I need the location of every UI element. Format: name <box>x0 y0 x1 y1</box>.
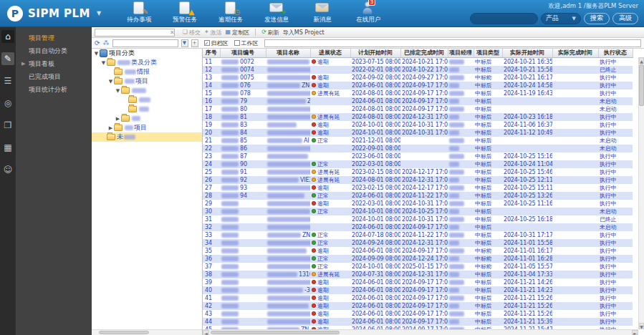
tree-node-7[interactable]: ▶项目 <box>92 123 202 132</box>
tree-node-8[interactable]: 未 <box>92 132 202 142</box>
sidebar-item-4[interactable]: 项目统计分析 <box>16 83 92 96</box>
expander-icon[interactable]: ▼ <box>93 51 100 57</box>
expander-icon[interactable]: ▼ <box>115 88 121 94</box>
scroll-right-icon[interactable]: ► <box>632 330 638 335</box>
tree-filter-dropdown-icon[interactable]: ▼ <box>181 39 188 47</box>
table-row[interactable]: 2185AI正常2021-12-01 08:00中标后未启动 <box>203 137 633 145</box>
tree-node-4[interactable] <box>92 95 202 105</box>
table-row[interactable]: 130075逾期2024-09-02 08:002024-09-27 17:00… <box>203 74 633 82</box>
global-search-input[interactable] <box>470 13 538 24</box>
tree-node-6[interactable]: ▶ <box>92 114 202 123</box>
column-header[interactable]: 执行状态 <box>598 49 633 57</box>
table-filter-input[interactable] <box>264 39 641 47</box>
tree-node-3[interactable]: ▼ <box>92 86 202 95</box>
scrollbar-thumb[interactable] <box>639 64 644 106</box>
new-message-button[interactable]: 新消息 <box>304 1 340 25</box>
table-row[interactable]: 110072逾期2023-07-15 08:002024-10-21 17:00… <box>203 57 633 66</box>
tree-node-5[interactable] <box>92 105 202 114</box>
custom-area-button[interactable]: ▦定制区 <box>226 29 250 37</box>
overdue-tasks-button[interactable]: ◷逾期任务 <box>213 1 249 25</box>
table-row[interactable]: 2084逾期2024-10-01 08:002024-10-31 17:00中标… <box>203 129 633 137</box>
table-row[interactable]: 1881-H80进展有延2024-08-01 08:002024-12-31 1… <box>203 113 633 121</box>
import-ms-project-button[interactable]: 导入MS Project <box>283 29 325 37</box>
edit-icon[interactable]: ✎ <box>1 52 14 65</box>
tree-node-1[interactable]: 情报 <box>92 67 202 77</box>
quick-filter-input[interactable] <box>95 29 175 37</box>
workspace-checkbox[interactable]: 工作区 <box>234 39 259 47</box>
column-header[interactable]: 已排定完成时间 <box>400 49 448 57</box>
refresh-button[interactable]: ⟳刷新 <box>261 29 279 37</box>
sidebar-item-1[interactable]: 项目自动分类 <box>16 44 92 57</box>
table-row[interactable]: 381310G进展有延2024-07-31 08:002024-12-31 17… <box>203 271 633 278</box>
table-row[interactable]: 14076ZN-N11逾期2024-06-01 08:002024-09-17 … <box>203 82 633 89</box>
card-icon[interactable]: ▦ <box>1 141 14 154</box>
send-message-button[interactable]: ➔发送信息 <box>259 1 294 25</box>
activate-button[interactable]: ✦激活 <box>204 29 222 37</box>
table-row[interactable]: 41逾期2024-06-01 08:002024-09-17 17:00中标后2… <box>203 294 633 302</box>
table-row[interactable]: 34正常2024-09-24 08:002024-12-31 17:00中标后2… <box>203 239 633 247</box>
tree-refresh-icon[interactable]: ⟳ <box>95 39 100 47</box>
table-row[interactable]: 1200742022-02-01 08:002024-10-22 17:00中标… <box>203 66 633 74</box>
tree-horizontal-scrollbar[interactable] <box>92 329 202 335</box>
table-row[interactable]: 29逾期2022-03-01 08:002024-10-31 17:00中标后2… <box>203 200 633 208</box>
column-header[interactable]: 进展状态 <box>310 49 350 57</box>
expander-icon[interactable]: ▼ <box>107 79 114 84</box>
column-header[interactable]: 项目经理 <box>448 49 474 57</box>
column-header[interactable]: 计划开始时间 <box>350 49 400 57</box>
transfer-button[interactable]: ❏移交 <box>183 29 201 37</box>
search-button[interactable]: 搜索 <box>584 13 610 24</box>
table-row[interactable]: 2490ZN-HG90正常2022-03-01 08:00中标后2024-10-… <box>203 160 633 168</box>
tree-filter-input[interactable] <box>112 39 178 47</box>
scroll-down-icon[interactable]: ▼ <box>639 323 644 329</box>
column-header[interactable]: 项目类型 <box>474 49 502 57</box>
scroll-left-icon[interactable]: ◄ <box>203 330 209 335</box>
table-row[interactable]: 30正常2024-10-01 08:002024-10-25 17:00中标后未… <box>203 208 633 215</box>
warning-tasks-button[interactable]: ▲预警任务 <box>167 1 203 25</box>
library-icon[interactable]: ❐ <box>1 119 14 132</box>
table-row[interactable]: 17802024-08-01 08:002024-09-17 17:00中标后未… <box>203 105 633 113</box>
online-users-button[interactable]: 3在线用户 <box>350 1 386 25</box>
support-icon[interactable]: ☺ <box>1 163 14 176</box>
table-row[interactable]: 37正常2024-10-01 08:002025-01-15 17:00中标前2… <box>203 263 633 271</box>
column-header[interactable]: 实际开始时间 <box>502 49 552 57</box>
column-header[interactable]: 项目名称 <box>266 49 310 57</box>
tree-node-2[interactable]: ▼项目 <box>92 77 202 86</box>
scroll-up-icon[interactable]: ▲ <box>639 57 644 64</box>
table-row[interactable]: 312024-10-01 08:002024-10-31 17:00中标后202… <box>203 215 633 223</box>
tree-view-icon[interactable]: ⁂ <box>103 39 110 47</box>
column-header[interactable]: 序号 <box>203 49 220 57</box>
todo-button[interactable]: ✎待办事项 <box>121 1 157 25</box>
scrollbar-thumb[interactable] <box>211 331 340 334</box>
sidebar-item-0[interactable]: 项目管理 <box>16 31 92 44</box>
table-row[interactable]: 40-312G逾期2024-06-01 08:002024-09-17 17:0… <box>203 286 633 294</box>
community-icon[interactable]: ◎ <box>1 97 14 110</box>
expander-icon[interactable]: ▶ <box>115 116 121 122</box>
scrollbar-thumb[interactable] <box>99 331 149 334</box>
expander-icon[interactable]: ▼ <box>100 60 107 66</box>
table-row[interactable]: 2894正常2024-06-01 08:002024-11-22 17:00中标… <box>203 192 633 200</box>
vertical-scrollbar[interactable]: ▲ ▼ <box>638 57 644 329</box>
table-row[interactable]: 35逾期2024-06-01 08:002024-09-17 17:00中标前2… <box>203 247 633 255</box>
sidebar-item-3[interactable]: 已完成项目 <box>16 70 92 83</box>
table-row[interactable]: 322024-06-01 08:002024-09-17 17:00中标后未启动 <box>203 223 633 231</box>
clear-icon[interactable]: ✕ <box>170 29 175 36</box>
advanced-search-button[interactable]: 高级 <box>612 13 638 24</box>
sidebar-item-2[interactable]: ▶项目看板 <box>16 57 92 70</box>
table-row[interactable]: 43逾期2024-06-01 08:002024-09-17 17:00中标后2… <box>203 310 633 318</box>
home-icon[interactable]: ⌂ <box>1 30 14 43</box>
table-row[interactable]: 2591进展有延2023-02-15 08:002024-12-17 17:00… <box>203 168 633 176</box>
table-row[interactable]: 23872023-06-01 08:00中标后2024-10-25 15:16执… <box>203 152 633 160</box>
table-row[interactable]: 44-H9逾期2024-06-01 08:002024-09-17 17:00中… <box>203 318 633 326</box>
table-row[interactable]: 33ZN50AXG正常2024-07-18 08:002024-11-22 17… <box>203 231 633 239</box>
table-row[interactable]: 42313G逾期2024-06-01 08:002024-09-17 17:00… <box>203 302 633 310</box>
table-row[interactable]: 36310G正常2024-09-09 08:002024-12-24 17:00… <box>203 255 633 263</box>
table-row[interactable]: 15078进展有延2024-08-01 08:002024-09-17 17:0… <box>203 89 633 97</box>
table-row[interactable]: 2692VIE30 ZN311进展有延2024-08-01 08:002024-… <box>203 176 633 184</box>
expander-icon[interactable]: ▶ <box>107 125 114 131</box>
table-row[interactable]: 22862022-09-01 08:00中标后未启动 <box>203 145 633 152</box>
tree-node-0[interactable]: ▼类及分类 <box>92 58 202 67</box>
column-header[interactable]: 项目编号 <box>220 49 266 57</box>
table-row[interactable]: 39逾期2024-06-01 08:002024-09-17 17:00中标后2… <box>203 278 633 286</box>
column-header[interactable]: 实际完成时间 <box>552 49 598 57</box>
tree-root-node[interactable]: ▼项目分类 <box>92 49 202 58</box>
